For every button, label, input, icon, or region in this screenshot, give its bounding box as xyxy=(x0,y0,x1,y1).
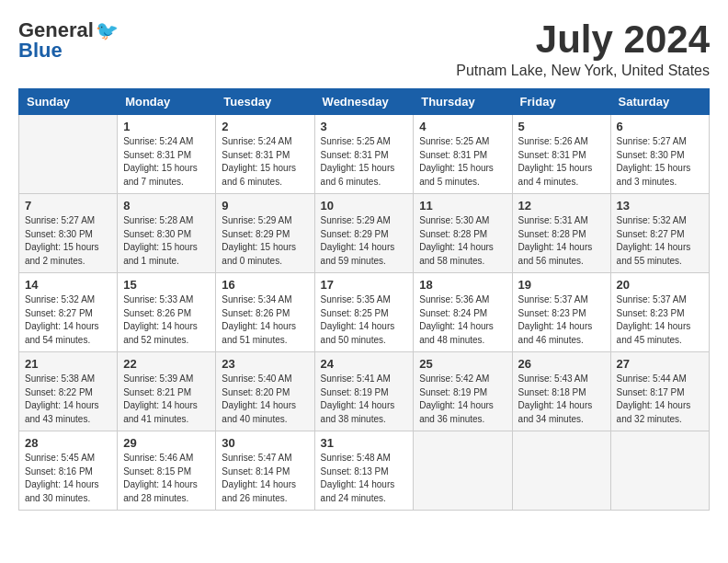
day-info: Sunrise: 5:32 AM Sunset: 8:27 PM Dayligh… xyxy=(25,293,111,347)
calendar-day-31: 31Sunrise: 5:48 AM Sunset: 8:13 PM Dayli… xyxy=(314,431,414,511)
calendar-day-23: 23Sunrise: 5:40 AM Sunset: 8:20 PM Dayli… xyxy=(216,352,314,431)
day-number: 24 xyxy=(321,357,408,371)
title-section: July 2024 Putnam Lake, New York, United … xyxy=(456,18,710,79)
column-header-tuesday: Tuesday xyxy=(216,89,314,115)
day-info: Sunrise: 5:34 AM Sunset: 8:26 PM Dayligh… xyxy=(222,293,308,347)
day-info: Sunrise: 5:30 AM Sunset: 8:28 PM Dayligh… xyxy=(419,214,506,268)
day-info: Sunrise: 5:47 AM Sunset: 8:14 PM Dayligh… xyxy=(222,452,308,505)
page-header: General 🐦 Blue July 2024 Putnam Lake, Ne… xyxy=(18,18,710,79)
calendar-day-30: 30Sunrise: 5:47 AM Sunset: 8:14 PM Dayli… xyxy=(216,431,314,511)
day-info: Sunrise: 5:29 AM Sunset: 8:29 PM Dayligh… xyxy=(222,214,308,268)
day-number: 29 xyxy=(123,436,210,450)
day-number: 23 xyxy=(222,357,308,371)
calendar-day-26: 26Sunrise: 5:43 AM Sunset: 8:18 PM Dayli… xyxy=(512,352,610,431)
day-info: Sunrise: 5:32 AM Sunset: 8:27 PM Dayligh… xyxy=(617,214,703,268)
calendar-week-row: 1Sunrise: 5:24 AM Sunset: 8:31 PM Daylig… xyxy=(19,115,710,194)
day-info: Sunrise: 5:29 AM Sunset: 8:29 PM Dayligh… xyxy=(321,214,408,268)
calendar-week-row: 28Sunrise: 5:45 AM Sunset: 8:16 PM Dayli… xyxy=(19,431,710,511)
day-info: Sunrise: 5:42 AM Sunset: 8:19 PM Dayligh… xyxy=(419,373,506,426)
day-info: Sunrise: 5:46 AM Sunset: 8:15 PM Dayligh… xyxy=(123,452,210,505)
calendar-day-6: 6Sunrise: 5:27 AM Sunset: 8:30 PM Daylig… xyxy=(610,115,709,194)
day-number: 15 xyxy=(123,278,210,292)
day-info: Sunrise: 5:25 AM Sunset: 8:31 PM Dayligh… xyxy=(321,135,408,189)
day-number: 30 xyxy=(222,436,308,450)
column-header-monday: Monday xyxy=(118,89,216,115)
day-number: 27 xyxy=(617,357,703,371)
day-info: Sunrise: 5:48 AM Sunset: 8:13 PM Dayligh… xyxy=(321,452,408,505)
calendar-day-2: 2Sunrise: 5:24 AM Sunset: 8:31 PM Daylig… xyxy=(216,115,314,194)
column-header-thursday: Thursday xyxy=(414,89,512,115)
day-info: Sunrise: 5:31 AM Sunset: 8:28 PM Dayligh… xyxy=(518,214,605,268)
column-header-saturday: Saturday xyxy=(610,89,709,115)
calendar-week-row: 21Sunrise: 5:38 AM Sunset: 8:22 PM Dayli… xyxy=(19,352,710,431)
calendar-day-10: 10Sunrise: 5:29 AM Sunset: 8:29 PM Dayli… xyxy=(314,194,414,273)
calendar-empty-cell xyxy=(610,431,709,511)
day-number: 5 xyxy=(518,120,605,133)
calendar-day-7: 7Sunrise: 5:27 AM Sunset: 8:30 PM Daylig… xyxy=(19,194,118,273)
day-info: Sunrise: 5:41 AM Sunset: 8:19 PM Dayligh… xyxy=(321,373,408,426)
logo-bird-icon: 🐦 xyxy=(96,19,119,41)
calendar-day-8: 8Sunrise: 5:28 AM Sunset: 8:30 PM Daylig… xyxy=(118,194,216,273)
month-title: July 2024 xyxy=(456,18,710,61)
day-info: Sunrise: 5:24 AM Sunset: 8:31 PM Dayligh… xyxy=(222,135,308,189)
day-info: Sunrise: 5:24 AM Sunset: 8:31 PM Dayligh… xyxy=(123,135,210,189)
calendar-day-20: 20Sunrise: 5:37 AM Sunset: 8:23 PM Dayli… xyxy=(610,273,709,352)
day-info: Sunrise: 5:44 AM Sunset: 8:17 PM Dayligh… xyxy=(617,373,703,426)
day-number: 18 xyxy=(419,278,506,292)
day-number: 3 xyxy=(321,120,408,133)
logo-blue-text: Blue xyxy=(18,39,63,63)
day-number: 10 xyxy=(321,199,408,213)
calendar-header-row: SundayMondayTuesdayWednesdayThursdayFrid… xyxy=(19,89,710,115)
calendar-day-21: 21Sunrise: 5:38 AM Sunset: 8:22 PM Dayli… xyxy=(19,352,118,431)
day-number: 20 xyxy=(617,278,703,292)
calendar-day-29: 29Sunrise: 5:46 AM Sunset: 8:15 PM Dayli… xyxy=(118,431,216,511)
day-number: 31 xyxy=(321,436,408,450)
day-number: 14 xyxy=(25,278,111,292)
calendar-day-13: 13Sunrise: 5:32 AM Sunset: 8:27 PM Dayli… xyxy=(610,194,709,273)
day-info: Sunrise: 5:45 AM Sunset: 8:16 PM Dayligh… xyxy=(25,452,111,505)
calendar-table: SundayMondayTuesdayWednesdayThursdayFrid… xyxy=(18,88,710,511)
day-number: 17 xyxy=(321,278,408,292)
column-header-sunday: Sunday xyxy=(19,89,118,115)
column-header-wednesday: Wednesday xyxy=(314,89,414,115)
day-number: 28 xyxy=(25,436,111,450)
day-number: 2 xyxy=(222,120,308,133)
calendar-week-row: 7Sunrise: 5:27 AM Sunset: 8:30 PM Daylig… xyxy=(19,194,710,273)
calendar-day-27: 27Sunrise: 5:44 AM Sunset: 8:17 PM Dayli… xyxy=(610,352,709,431)
day-number: 26 xyxy=(518,357,605,371)
day-number: 16 xyxy=(222,278,308,292)
calendar-day-14: 14Sunrise: 5:32 AM Sunset: 8:27 PM Dayli… xyxy=(19,273,118,352)
day-info: Sunrise: 5:37 AM Sunset: 8:23 PM Dayligh… xyxy=(617,293,703,347)
day-number: 13 xyxy=(617,199,703,213)
day-number: 4 xyxy=(419,120,506,133)
day-number: 19 xyxy=(518,278,605,292)
calendar-week-row: 14Sunrise: 5:32 AM Sunset: 8:27 PM Dayli… xyxy=(19,273,710,352)
calendar-day-3: 3Sunrise: 5:25 AM Sunset: 8:31 PM Daylig… xyxy=(314,115,414,194)
day-info: Sunrise: 5:25 AM Sunset: 8:31 PM Dayligh… xyxy=(419,135,506,189)
calendar-empty-cell xyxy=(414,431,512,511)
calendar-day-28: 28Sunrise: 5:45 AM Sunset: 8:16 PM Dayli… xyxy=(19,431,118,511)
day-number: 21 xyxy=(25,357,111,371)
day-number: 9 xyxy=(222,199,308,213)
day-info: Sunrise: 5:27 AM Sunset: 8:30 PM Dayligh… xyxy=(617,135,703,189)
calendar-day-22: 22Sunrise: 5:39 AM Sunset: 8:21 PM Dayli… xyxy=(118,352,216,431)
day-number: 11 xyxy=(419,199,506,213)
calendar-day-9: 9Sunrise: 5:29 AM Sunset: 8:29 PM Daylig… xyxy=(216,194,314,273)
calendar-day-18: 18Sunrise: 5:36 AM Sunset: 8:24 PM Dayli… xyxy=(414,273,512,352)
calendar-day-19: 19Sunrise: 5:37 AM Sunset: 8:23 PM Dayli… xyxy=(512,273,610,352)
day-info: Sunrise: 5:28 AM Sunset: 8:30 PM Dayligh… xyxy=(123,214,210,268)
calendar-day-5: 5Sunrise: 5:26 AM Sunset: 8:31 PM Daylig… xyxy=(512,115,610,194)
calendar-empty-cell xyxy=(512,431,610,511)
day-info: Sunrise: 5:33 AM Sunset: 8:26 PM Dayligh… xyxy=(123,293,210,347)
day-info: Sunrise: 5:36 AM Sunset: 8:24 PM Dayligh… xyxy=(419,293,506,347)
calendar-day-15: 15Sunrise: 5:33 AM Sunset: 8:26 PM Dayli… xyxy=(118,273,216,352)
day-number: 7 xyxy=(25,199,111,213)
day-number: 12 xyxy=(518,199,605,213)
day-info: Sunrise: 5:40 AM Sunset: 8:20 PM Dayligh… xyxy=(222,373,308,426)
day-info: Sunrise: 5:37 AM Sunset: 8:23 PM Dayligh… xyxy=(518,293,605,347)
calendar-day-17: 17Sunrise: 5:35 AM Sunset: 8:25 PM Dayli… xyxy=(314,273,414,352)
day-number: 1 xyxy=(123,120,210,133)
calendar-day-16: 16Sunrise: 5:34 AM Sunset: 8:26 PM Dayli… xyxy=(216,273,314,352)
day-number: 6 xyxy=(617,120,703,133)
calendar-day-1: 1Sunrise: 5:24 AM Sunset: 8:31 PM Daylig… xyxy=(118,115,216,194)
